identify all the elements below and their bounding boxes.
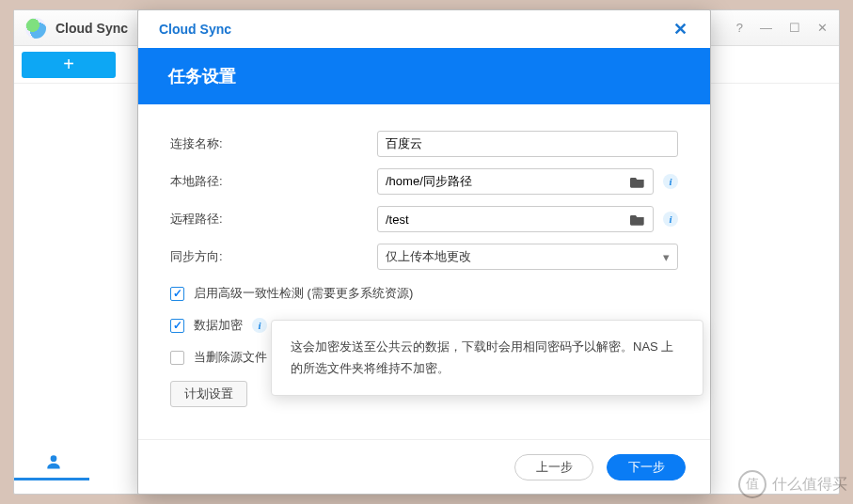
modal-heading: 任务设置 xyxy=(168,65,236,87)
user-icon[interactable] xyxy=(44,452,63,471)
modal-footer: 上一步 下一步 xyxy=(138,439,710,494)
checkbox-consistency[interactable] xyxy=(170,287,184,301)
maximize-button[interactable]: ☐ xyxy=(789,21,800,35)
svg-point-0 xyxy=(51,455,57,462)
row-remote-path: 远程路径: i xyxy=(170,206,678,232)
watermark: 值 什么值得买 xyxy=(738,470,847,498)
row-consistency-check[interactable]: 启用高级一致性检测 (需要更多系统资源) xyxy=(170,285,678,302)
close-button[interactable]: ✕ xyxy=(817,21,828,35)
input-local-path[interactable] xyxy=(386,175,624,189)
checkbox-delete-source[interactable] xyxy=(170,351,184,365)
prev-button[interactable]: 上一步 xyxy=(514,454,593,480)
app-logo-icon xyxy=(25,18,46,39)
schedule-settings-label: 计划设置 xyxy=(184,386,233,402)
checkbox-encryption[interactable] xyxy=(170,319,184,333)
row-local-path: 本地路径: i xyxy=(170,168,678,195)
info-icon[interactable]: i xyxy=(663,174,678,189)
modal-titlebar: Cloud Sync ✕ xyxy=(138,10,710,48)
minimize-button[interactable]: — xyxy=(760,21,772,35)
input-connection-name-wrap[interactable] xyxy=(377,131,678,157)
label-consistency: 启用高级一致性检测 (需要更多系统资源) xyxy=(194,285,413,302)
tooltip-text: 这会加密发送至公共云的数据，下载时会用相同密码予以解密。NAS 上的所选文件夹将… xyxy=(291,339,673,375)
task-settings-modal: Cloud Sync ✕ 任务设置 连接名称: 本地路径: i 远程路径: xyxy=(137,9,711,495)
help-button[interactable]: ? xyxy=(736,21,743,35)
sidebar-active-indicator xyxy=(14,478,89,480)
label-encryption: 数据加密 xyxy=(194,317,243,334)
info-icon[interactable]: i xyxy=(252,318,267,333)
input-connection-name[interactable] xyxy=(386,137,670,151)
row-sync-direction: 同步方向: 仅上传本地更改 ▾ xyxy=(170,244,678,270)
label-sync-direction: 同步方向: xyxy=(170,248,377,265)
folder-icon[interactable] xyxy=(630,175,645,188)
input-remote-path[interactable] xyxy=(386,213,624,227)
input-remote-path-wrap[interactable] xyxy=(377,206,654,232)
folder-icon[interactable] xyxy=(630,213,645,226)
label-connection-name: 连接名称: xyxy=(170,135,377,152)
watermark-text: 什么值得买 xyxy=(772,475,847,495)
encryption-tooltip: 这会加密发送至公共云的数据，下载时会用相同密码予以解密。NAS 上的所选文件夹将… xyxy=(271,320,703,396)
modal-title: Cloud Sync xyxy=(159,22,231,37)
next-button[interactable]: 下一步 xyxy=(607,454,686,480)
close-icon[interactable]: ✕ xyxy=(671,19,689,39)
modal-banner: 任务设置 xyxy=(138,48,710,104)
input-local-path-wrap[interactable] xyxy=(377,168,654,195)
info-icon[interactable]: i xyxy=(663,212,678,227)
select-sync-direction-value: 仅上传本地更改 xyxy=(386,248,471,265)
select-sync-direction[interactable]: 仅上传本地更改 ▾ xyxy=(377,244,678,270)
add-button[interactable]: + xyxy=(22,52,116,78)
next-button-label: 下一步 xyxy=(628,459,665,476)
label-remote-path: 远程路径: xyxy=(170,211,377,228)
chevron-down-icon: ▾ xyxy=(663,250,670,264)
label-delete-source: 当删除源文件 xyxy=(194,349,267,366)
row-connection-name: 连接名称: xyxy=(170,131,678,157)
prev-button-label: 上一步 xyxy=(536,459,573,476)
schedule-settings-button[interactable]: 计划设置 xyxy=(170,381,247,407)
watermark-icon: 值 xyxy=(738,470,766,498)
label-local-path: 本地路径: xyxy=(170,173,377,190)
